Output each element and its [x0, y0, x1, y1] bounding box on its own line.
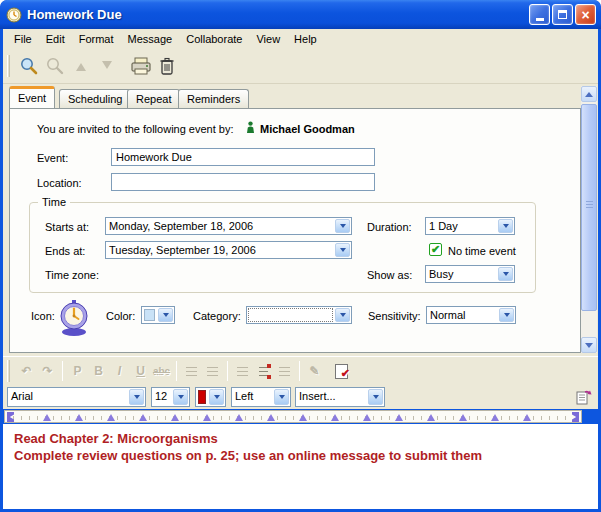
- message-line: Complete review questions on p. 25; use …: [14, 447, 598, 464]
- appointment-window: Homework Due × File Edit Format Message …: [0, 0, 601, 512]
- paragraph-format-button[interactable]: [274, 361, 295, 382]
- paragraph-button[interactable]: P: [67, 361, 88, 382]
- undo-button[interactable]: ↶: [16, 361, 37, 382]
- redo-button[interactable]: ↷: [37, 361, 58, 382]
- bold-button[interactable]: B: [88, 361, 109, 382]
- strikethrough-button[interactable]: abc: [151, 361, 172, 382]
- indent-button[interactable]: [202, 361, 223, 382]
- toolbar-grip[interactable]: [7, 55, 10, 77]
- close-icon: ×: [581, 8, 589, 22]
- duration-combo[interactable]: 1 Day: [425, 217, 515, 235]
- font-size-value: 12: [152, 388, 172, 406]
- chevron-down-icon[interactable]: [368, 389, 383, 405]
- format-toolbar-grip[interactable]: [7, 360, 10, 382]
- show-as-combo[interactable]: Busy: [425, 265, 515, 283]
- chevron-down-icon[interactable]: [335, 243, 350, 257]
- outdent-button[interactable]: [181, 361, 202, 382]
- tab-reminders[interactable]: Reminders: [178, 89, 249, 108]
- outdent-icon: [186, 367, 197, 376]
- menu-file[interactable]: File: [7, 31, 39, 47]
- right-margin-marker[interactable]: [572, 412, 579, 422]
- chevron-down-icon[interactable]: [498, 267, 513, 281]
- menu-message[interactable]: Message: [121, 31, 180, 47]
- ruler[interactable]: [4, 410, 582, 423]
- chevron-down-icon[interactable]: [209, 389, 224, 405]
- location-input[interactable]: [111, 173, 375, 191]
- tab-event[interactable]: Event: [9, 86, 55, 108]
- scroll-down-button[interactable]: [581, 337, 597, 353]
- invited-text: You are invited to the following event b…: [37, 123, 234, 135]
- menu-help[interactable]: Help: [287, 31, 324, 47]
- chevron-down-icon[interactable]: [274, 389, 289, 405]
- event-tab-panel: You are invited to the following event b…: [9, 108, 581, 353]
- menu-collaborate[interactable]: Collaborate: [179, 31, 249, 47]
- clock-app-icon: [6, 7, 22, 23]
- indent-icon: [207, 367, 218, 376]
- font-size-combo[interactable]: 12: [151, 387, 190, 407]
- minimize-button[interactable]: [529, 4, 550, 25]
- printer-icon: [130, 56, 152, 76]
- event-input[interactable]: [111, 148, 375, 166]
- vertical-scrollbar[interactable]: [581, 86, 597, 353]
- trash-icon: [158, 56, 176, 76]
- ends-at-combo[interactable]: Tuesday, September 19, 2006: [105, 241, 352, 259]
- checkmark-icon: ✔: [431, 244, 440, 255]
- message-line: Read Chapter 2: Microorganisms: [14, 430, 598, 447]
- spell-check-button[interactable]: ✔: [331, 361, 352, 382]
- menu-edit[interactable]: Edit: [39, 31, 72, 47]
- bullet-list-button[interactable]: [232, 361, 253, 382]
- red-square-icon: [267, 375, 271, 379]
- previous-button-disabled[interactable]: [68, 53, 94, 79]
- category-combo[interactable]: [246, 306, 352, 324]
- chevron-down-icon[interactable]: [335, 219, 350, 233]
- maximize-button[interactable]: [552, 4, 573, 25]
- starts-at-combo[interactable]: Monday, September 18, 2006: [105, 217, 352, 235]
- view-mode-button[interactable]: [575, 388, 592, 405]
- next-button-disabled[interactable]: [94, 53, 120, 79]
- zoom-button[interactable]: [16, 53, 42, 79]
- underline-button[interactable]: U: [130, 361, 151, 382]
- scrollbar-thumb[interactable]: [581, 104, 597, 311]
- time-group-title: Time: [38, 196, 70, 208]
- chevron-down-icon[interactable]: [499, 308, 514, 322]
- highlight-button[interactable]: ✎: [304, 361, 325, 382]
- chevron-down-icon[interactable]: [335, 308, 350, 322]
- chevron-down-icon[interactable]: [158, 308, 173, 322]
- maximize-icon: [558, 10, 567, 19]
- scroll-up-button[interactable]: [581, 86, 597, 102]
- font-color-combo[interactable]: [195, 387, 226, 407]
- sensitivity-combo[interactable]: Normal: [426, 306, 516, 324]
- italic-button[interactable]: I: [109, 361, 130, 382]
- chevron-down-icon[interactable]: [498, 219, 513, 233]
- ends-at-label: Ends at:: [45, 245, 85, 257]
- no-time-event-label: No time event: [448, 245, 516, 257]
- window-title: Homework Due: [27, 7, 122, 22]
- undo-icon: ↶: [21, 364, 31, 378]
- numbered-list-button[interactable]: [253, 361, 274, 382]
- separator: [299, 361, 300, 381]
- menu-view[interactable]: View: [249, 31, 287, 47]
- chevron-down-icon: [585, 343, 593, 352]
- no-time-event-checkbox[interactable]: ✔: [429, 243, 442, 256]
- starts-at-label: Starts at:: [45, 221, 89, 233]
- title-bar[interactable]: Homework Due ×: [0, 0, 601, 29]
- find-button-disabled[interactable]: [42, 53, 68, 79]
- message-body[interactable]: Read Chapter 2: Microorganisms Complete …: [3, 424, 598, 509]
- print-button[interactable]: [128, 53, 154, 79]
- alignment-combo[interactable]: Left: [231, 387, 291, 407]
- category-value: [247, 307, 334, 323]
- close-button[interactable]: ×: [575, 4, 596, 25]
- color-combo[interactable]: [141, 306, 175, 324]
- strikethrough-icon: abc: [153, 366, 170, 377]
- show-as-value: Busy: [426, 266, 497, 282]
- chevron-down-icon[interactable]: [173, 389, 188, 405]
- chevron-down-icon[interactable]: [129, 389, 144, 405]
- tab-repeat[interactable]: Repeat: [127, 89, 180, 108]
- font-name-combo[interactable]: Arial: [7, 387, 146, 407]
- insert-combo[interactable]: Insert...: [295, 387, 385, 407]
- show-as-label: Show as:: [367, 269, 412, 281]
- menu-format[interactable]: Format: [72, 31, 121, 47]
- delete-button[interactable]: [154, 53, 180, 79]
- category-label: Category:: [193, 310, 241, 322]
- tab-scheduling[interactable]: Scheduling: [59, 89, 131, 108]
